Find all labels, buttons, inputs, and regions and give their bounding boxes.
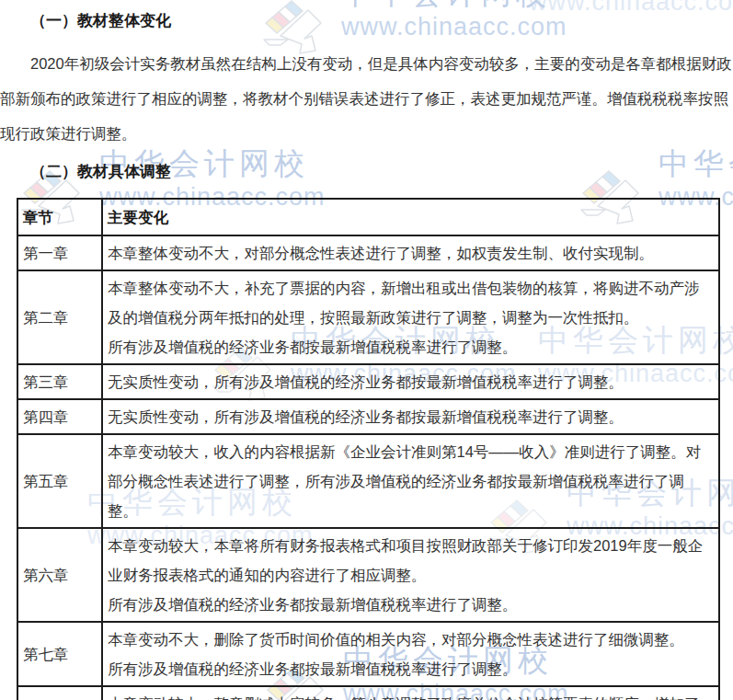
table-row: 第五章本章变动较大，收入的内容根据新《企业会计准则第14号——收入》准则进行了调…: [17, 434, 719, 528]
chapter-changes-table: 章节 主要变化 第一章本章整体变动不大，对部分概念性表述进行了调整，如权责发生制…: [17, 198, 720, 700]
cell-main-changes: 本章变动不大，删除了货币时间价值的相关内容，对部分概念性表述进行了细微调整。所有…: [102, 622, 719, 686]
cell-chapter: 第一章: [17, 235, 102, 270]
cell-main-changes: 本章变动较大，本章将所有财务报表格式和项目按照财政部关于修订印发2019年度一般…: [102, 528, 719, 622]
cell-paragraph: 无实质性变动，所有涉及增值税的经济业务都按最新增值税税率进行了调整。: [108, 402, 714, 431]
section-heading-overall-changes: （一）教材整体变化: [0, 0, 733, 31]
cell-paragraph: 所有涉及增值税的经济业务都按最新增值税税率进行了调整。: [108, 654, 714, 683]
table-row: 第八章本章变动较大，整章删减内容较多。第八章调整了政府单位会计核算要素的顺序，增…: [17, 686, 719, 700]
cell-main-changes: 本章整体变动不大，对部分概念性表述进行了调整，如权责发生制、收付实现制。: [102, 235, 719, 270]
cell-main-changes: 无实质性变动，所有涉及增值税的经济业务都按最新增值税税率进行了调整。: [102, 364, 719, 399]
cell-paragraph: 所有涉及增值税的经济业务都按最新增值税税率进行了调整。: [108, 332, 714, 361]
cell-paragraph: 所有涉及增值税的经济业务都按最新增值税税率进行了调整。: [108, 590, 714, 619]
cell-paragraph: 本章变动较大，收入的内容根据新《企业会计准则第14号——收入》准则进行了调整。对…: [108, 437, 714, 525]
column-header-main-changes: 主要变化: [102, 199, 719, 235]
cell-paragraph: 本章变动不大，删除了货币时间价值的相关内容，对部分概念性表述进行了细微调整。: [108, 625, 714, 654]
cell-main-changes: 本章变动较大，整章删减内容较多。第八章调整了政府单位会计核算要素的顺序，增加了部…: [102, 686, 719, 700]
table-row: 第三章无实质性变动，所有涉及增值税的经济业务都按最新增值税税率进行了调整。: [17, 364, 719, 399]
cell-paragraph: 本章整体变动不大，对部分概念性表述进行了调整，如权责发生制、收付实现制。: [108, 238, 714, 268]
column-header-chapter: 章节: [17, 199, 102, 235]
table-row: 第六章本章变动较大，本章将所有财务报表格式和项目按照财政部关于修订印发2019年…: [17, 528, 719, 622]
table-row: 第四章无实质性变动，所有涉及增值税的经济业务都按最新增值税税率进行了调整。: [17, 399, 719, 434]
cell-main-changes: 无实质性变动，所有涉及增值税的经济业务都按最新增值税税率进行了调整。: [102, 399, 719, 434]
table-row: 第一章本章整体变动不大，对部分概念性表述进行了调整，如权责发生制、收付实现制。: [17, 235, 719, 270]
cell-chapter: 第五章: [17, 434, 102, 528]
cell-chapter: 第八章: [17, 686, 102, 700]
cell-paragraph: 本章整体变动不大，补充了票据的内容，新增出租或出借包装物的核算，将购进不动产涉及…: [108, 273, 714, 332]
cell-chapter: 第七章: [17, 622, 102, 686]
section-heading-specific-adjustments: （二）教材具体调整: [0, 162, 733, 182]
cell-paragraph: 本章变动较大，本章将所有财务报表格式和项目按照财政部关于修订印发2019年度一般…: [108, 531, 714, 590]
article-content: （一）教材整体变化 2020年初级会计实务教材虽然在结构上没有变动，但是具体内容…: [0, 0, 733, 700]
intro-paragraph: 2020年初级会计实务教材虽然在结构上没有变动，但是具体内容变动较多，主要的变动…: [0, 46, 733, 151]
cell-chapter: 第四章: [17, 399, 102, 434]
cell-chapter: 第三章: [17, 364, 102, 399]
cell-main-changes: 本章整体变动不大，补充了票据的内容，新增出租或出借包装物的核算，将购进不动产涉及…: [102, 270, 719, 364]
table-row: 第七章本章变动不大，删除了货币时间价值的相关内容，对部分概念性表述进行了细微调整…: [17, 622, 719, 686]
cell-paragraph: 无实质性变动，所有涉及增值税的经济业务都按最新增值税税率进行了调整。: [108, 367, 714, 396]
cell-main-changes: 本章变动较大，收入的内容根据新《企业会计准则第14号——收入》准则进行了调整。对…: [102, 434, 719, 528]
cell-chapter: 第二章: [17, 270, 102, 364]
table-row: 第二章本章整体变动不大，补充了票据的内容，新增出租或出借包装物的核算，将购进不动…: [17, 270, 719, 364]
cell-paragraph: 本章变动较大，整章删减内容较多。第八章调整了政府单位会计核算要素的顺序，增加了部…: [108, 689, 714, 700]
table-header-row: 章节 主要变化: [17, 199, 719, 235]
cell-chapter: 第六章: [17, 528, 102, 622]
